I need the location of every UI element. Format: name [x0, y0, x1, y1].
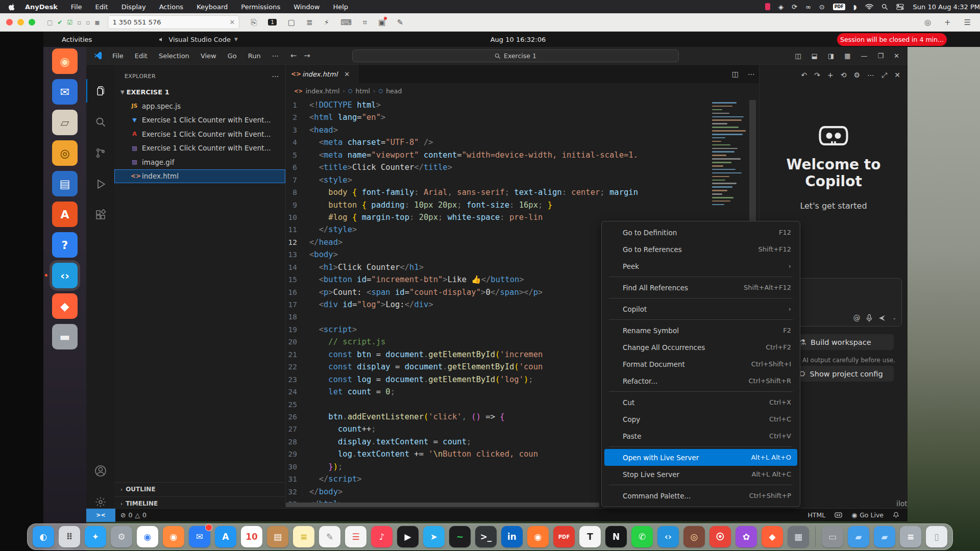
- code-line-9[interactable]: 9 button { padding: 10px 20px; font-size…: [286, 199, 759, 211]
- zoom-traffic-light[interactable]: [29, 19, 35, 26]
- new-connection-icon[interactable]: +: [944, 18, 951, 27]
- dock-notes[interactable]: ≡: [293, 526, 314, 547]
- layout-panel-right-icon[interactable]: ◨: [828, 52, 834, 60]
- copilot-status-icon[interactable]: [835, 512, 842, 518]
- file-item-index.html[interactable]: <>index.html: [114, 169, 285, 184]
- folder-root[interactable]: ▼EXERCISE 1: [114, 85, 285, 99]
- anydesk-session-tab[interactable]: 1 350 551 576 ✕: [108, 15, 239, 29]
- close-icon[interactable]: ✕: [894, 71, 900, 80]
- dock-terminal[interactable]: >_: [475, 526, 497, 547]
- breadcrumb[interactable]: <> index.html› ⬡ html› ⬡ head: [286, 83, 759, 99]
- dock-whatsapp[interactable]: ✆: [631, 526, 653, 547]
- dock-diamond-app[interactable]: ◆: [762, 526, 783, 547]
- menu-actions[interactable]: Actions: [159, 3, 184, 11]
- udock-firefox[interactable]: ◉: [52, 48, 78, 74]
- control-center-icon[interactable]: [896, 4, 904, 10]
- close-icon[interactable]: ✕: [894, 52, 899, 60]
- droplet-icon[interactable]: ◗: [853, 3, 857, 11]
- activity-search-icon[interactable]: [86, 110, 114, 134]
- dock-downloads-stack[interactable]: ≡: [900, 526, 921, 547]
- tab-index-html[interactable]: <> index.html ✕: [286, 65, 358, 83]
- whiteboard-icon[interactable]: ✎: [397, 18, 403, 27]
- udock-libreoffice-writer[interactable]: ▤: [52, 171, 78, 196]
- context-item-command-palette-[interactable]: Command Palette...Ctrl+Shift+P: [604, 487, 797, 504]
- context-item-refactor-[interactable]: Refactor...Ctrl+Shift+R: [604, 372, 797, 389]
- code-line-6[interactable]: 6 <title>Click Counter</title>: [286, 161, 759, 173]
- outline-section[interactable]: ›OUTLINE: [114, 482, 285, 496]
- udock-files[interactable]: ▱: [52, 110, 78, 135]
- menu-file[interactable]: File: [71, 3, 82, 11]
- activity-explorer-icon[interactable]: [86, 79, 114, 103]
- vscode-menu-go[interactable]: Go: [223, 51, 241, 61]
- dock-finder[interactable]: ◐: [33, 526, 54, 547]
- nav-back-icon[interactable]: ←: [290, 51, 297, 60]
- menu-display[interactable]: Display: [121, 3, 146, 11]
- meta-icon[interactable]: ∞: [805, 3, 811, 11]
- context-item-format-document[interactable]: Format DocumentCtrl+Shift+I: [604, 356, 797, 372]
- record-session-icon[interactable]: ▣: [378, 18, 385, 27]
- host-clock[interactable]: Sun 10 Aug 4:32 PM: [913, 3, 980, 11]
- dock-vscode[interactable]: ‹›: [657, 526, 679, 547]
- code-line-8[interactable]: 8 body { font-family: Arial, sans-serif;…: [286, 186, 759, 198]
- mention-icon[interactable]: @: [853, 314, 860, 322]
- menu-permissions[interactable]: Permissions: [241, 3, 280, 11]
- screen-recording-indicator[interactable]: [765, 3, 770, 10]
- udock-vscode[interactable]: ‹›: [52, 263, 78, 288]
- dock-telegram[interactable]: ➤: [423, 526, 445, 547]
- editor-more-icon[interactable]: ⋯: [748, 70, 755, 78]
- layout-customize-icon[interactable]: ▦: [844, 52, 850, 60]
- vscode-menu-overflow[interactable]: ⋯: [267, 51, 283, 61]
- redo-icon[interactable]: ↷: [814, 71, 820, 80]
- vscode-menu-selection[interactable]: Selection: [154, 51, 194, 61]
- menu-edit[interactable]: Edit: [95, 3, 108, 11]
- layout-panel-left-icon[interactable]: ◫: [795, 52, 801, 60]
- dock-folder-downloads[interactable]: ▰: [874, 526, 895, 547]
- file-item-app.spec.js[interactable]: JSapp.spec.js: [114, 99, 285, 113]
- ubuntu-clock[interactable]: Aug 10 16:32:06: [467, 32, 569, 47]
- file-item-exercise-1-click-counter-with-event...[interactable]: ▨Exercise 1 Click Counter with Event...: [114, 141, 285, 156]
- notifications-bell-icon[interactable]: [893, 512, 899, 518]
- code-line-3[interactable]: 3<head>: [286, 124, 759, 136]
- dock-pin-app[interactable]: ⦿: [709, 526, 731, 547]
- activity-source-control-icon[interactable]: [86, 141, 114, 165]
- dock-flower-app[interactable]: ✿: [736, 526, 757, 547]
- file-item-image.gif[interactable]: ▨image.gif: [114, 155, 285, 169]
- udock-thunderbird[interactable]: ✉: [52, 79, 78, 105]
- search-icon[interactable]: [881, 4, 888, 10]
- minimap[interactable]: [712, 102, 749, 217]
- context-item-change-all-occurrences[interactable]: Change All OccurrencesCtrl+F2: [604, 339, 797, 356]
- keyboard-icon[interactable]: ⌨: [340, 18, 352, 27]
- actions-icon[interactable]: ⚡: [324, 18, 330, 27]
- expand-icon[interactable]: ⤢: [881, 71, 887, 80]
- tray-icon[interactable]: ⊙: [819, 3, 825, 11]
- anydesk-tray-icon[interactable]: ◈: [778, 3, 783, 11]
- dock-pdf-reader[interactable]: PDF: [553, 526, 575, 547]
- main-menu-icon[interactable]: ☰: [964, 18, 971, 27]
- language-mode[interactable]: HTML: [807, 511, 825, 519]
- dock-books[interactable]: ▤: [267, 526, 288, 547]
- command-center-search[interactable]: Exercise 1: [352, 49, 679, 62]
- send-icon[interactable]: [878, 315, 886, 321]
- go-live-button[interactable]: ◉ Go Live: [851, 511, 884, 519]
- udock-help[interactable]: ?: [52, 232, 78, 258]
- nav-forward-icon[interactable]: →: [304, 51, 310, 60]
- context-item-copy[interactable]: CopyCtrl+C: [604, 411, 797, 428]
- file-item-exercise-1-click-counter-with-event...[interactable]: ▼Exercise 1 Click Counter with Event...: [114, 113, 285, 128]
- dock-minimized-window[interactable]: ▭: [822, 526, 843, 547]
- close-tab-icon[interactable]: ✕: [344, 70, 350, 78]
- context-item-peek[interactable]: Peek›: [604, 258, 797, 274]
- code-line-2[interactable]: 2<html lang="en">: [286, 111, 759, 123]
- apple-menu-icon[interactable]: [8, 3, 16, 11]
- dock-reminders[interactable]: ☰: [345, 526, 366, 547]
- context-item-paste[interactable]: PasteCtrl+V: [604, 428, 797, 444]
- audio-icon[interactable]: ◎: [924, 18, 931, 27]
- ellipsis-icon[interactable]: ⋯: [867, 71, 874, 80]
- dock-gray-app[interactable]: ▦: [788, 526, 809, 547]
- dock-calendar[interactable]: 10: [241, 526, 262, 547]
- udock-disks[interactable]: ▬: [52, 324, 78, 349]
- code-line-4[interactable]: 4 <meta charset="UTF-8" />: [286, 136, 759, 148]
- activities-button[interactable]: Activities: [62, 36, 92, 43]
- restore-icon[interactable]: ❐: [877, 52, 884, 60]
- code-line-5[interactable]: 5 <meta name="viewport" content="width=d…: [286, 149, 759, 161]
- file-item-exercise-1-click-counter-with-event...[interactable]: AExercise 1 Click Counter with Event...: [114, 127, 285, 141]
